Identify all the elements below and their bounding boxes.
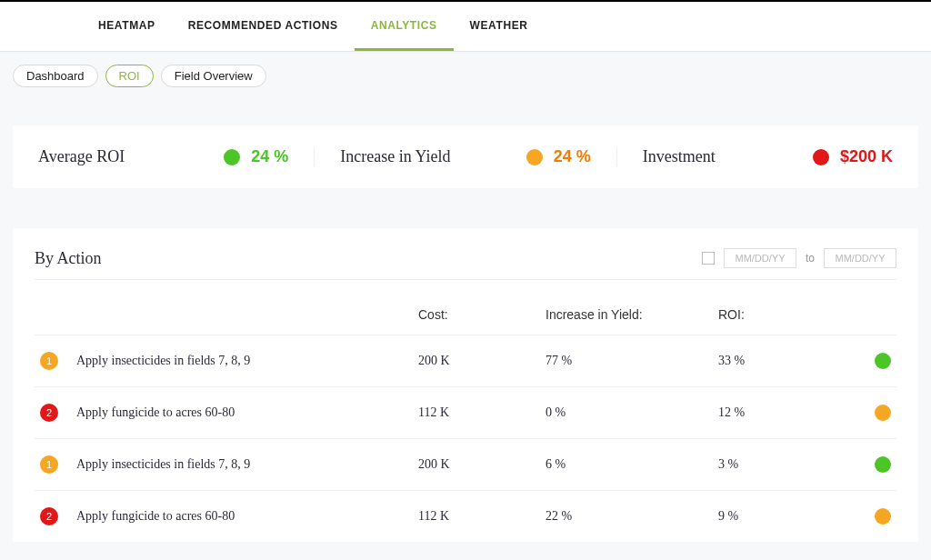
yield-value: 6 % (546, 457, 718, 472)
date-range-checkbox[interactable] (702, 252, 715, 265)
status-dot-icon (875, 405, 891, 421)
action-name: Apply fungicide to acres 60-80 (76, 405, 418, 420)
roi-value: 33 % (718, 354, 855, 368)
status-dot-icon (813, 149, 829, 165)
card-label: Increase in Yield (340, 147, 450, 166)
roi-value: 12 % (718, 405, 855, 420)
action-name: Apply fungicide to acres 60-80 (76, 509, 418, 524)
cost-value: 200 K (418, 354, 546, 368)
yield-value: 22 % (546, 509, 718, 524)
tab-heatmap[interactable]: HEATMAP (82, 2, 172, 51)
roi-value: 9 % (718, 509, 855, 524)
card-value: 24 % (251, 147, 288, 166)
table-header: Cost: Increase in Yield: ROI: (35, 307, 896, 335)
table-row[interactable]: 1Apply insecticides in fields 7, 8, 9200… (35, 335, 896, 386)
card-label: Average ROI (38, 147, 125, 166)
status-dot-icon (224, 149, 240, 165)
col-roi: ROI: (718, 307, 855, 322)
status-dot-icon (875, 456, 891, 473)
card-average-roi: Average ROI 24 % (13, 147, 315, 166)
tab-weather[interactable]: WEATHER (454, 2, 545, 51)
table-body: 1Apply insecticides in fields 7, 8, 9200… (35, 335, 896, 542)
card-label: Investment (643, 147, 716, 166)
status-dot-icon (526, 149, 543, 165)
cost-value: 112 K (418, 405, 546, 420)
priority-badge: 2 (40, 507, 58, 525)
table-row[interactable]: 2Apply fungicide to acres 60-80112 K0 %1… (35, 386, 896, 438)
filter-pills: Dashboard ROI Field Overview (0, 52, 931, 87)
summary-cards: Average ROI 24 % Increase in Yield 24 % … (13, 125, 918, 188)
date-from-input[interactable]: MM/DD/YY (724, 248, 796, 268)
by-action-panel: By Action MM/DD/YY to MM/DD/YY Cost: Inc… (13, 228, 918, 542)
date-range-separator: to (806, 252, 815, 265)
priority-badge: 2 (40, 404, 58, 422)
tab-analytics[interactable]: ANALYTICS (355, 2, 454, 51)
action-name: Apply insecticides in fields 7, 8, 9 (76, 354, 418, 368)
pill-dashboard[interactable]: Dashboard (13, 65, 98, 87)
action-name: Apply insecticides in fields 7, 8, 9 (76, 457, 418, 472)
pill-roi[interactable]: ROI (105, 65, 154, 87)
card-increase-yield: Increase in Yield 24 % (315, 147, 616, 166)
yield-value: 0 % (546, 405, 718, 420)
date-range: MM/DD/YY to MM/DD/YY (702, 248, 896, 268)
pill-field-overview[interactable]: Field Overview (161, 65, 266, 87)
cost-value: 200 K (418, 457, 546, 472)
col-yield: Increase in Yield: (546, 307, 718, 322)
yield-value: 77 % (546, 354, 718, 368)
priority-badge: 1 (40, 455, 58, 474)
card-value: 24 % (554, 147, 591, 166)
status-dot-icon (875, 353, 891, 369)
priority-badge: 1 (40, 352, 58, 370)
table-row[interactable]: 2Apply fungicide to acres 60-80112 K22 %… (35, 490, 896, 542)
roi-value: 3 % (718, 457, 855, 472)
date-to-input[interactable]: MM/DD/YY (824, 248, 896, 268)
card-investment: Investment $200 K (617, 147, 918, 166)
panel-title: By Action (35, 249, 102, 268)
status-dot-icon (875, 508, 891, 525)
panel-header: By Action MM/DD/YY to MM/DD/YY (35, 248, 896, 280)
table-row[interactable]: 1Apply insecticides in fields 7, 8, 9200… (35, 438, 896, 490)
cost-value: 112 K (418, 509, 546, 524)
tab-recommended-actions[interactable]: RECOMMENDED ACTIONS (172, 2, 355, 51)
col-cost: Cost: (418, 307, 546, 322)
card-value: $200 K (840, 147, 893, 166)
top-nav: HEATMAP RECOMMENDED ACTIONS ANALYTICS WE… (0, 0, 931, 52)
